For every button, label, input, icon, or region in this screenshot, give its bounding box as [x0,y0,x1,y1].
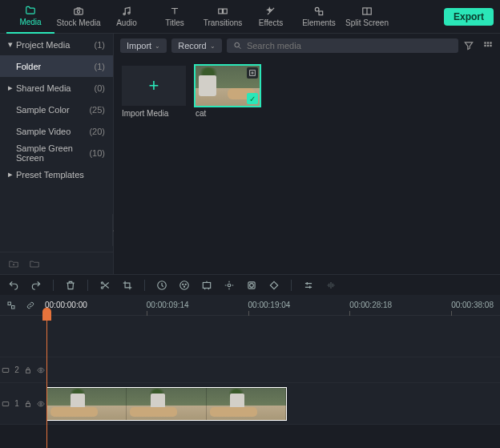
tab-label: Effects [259,18,283,27]
split-screen-icon [361,6,373,17]
color-icon[interactable] [179,280,190,291]
sidebar-bottom-tools [0,252,113,274]
tab-media[interactable]: Media [6,0,54,34]
timeline-track-2[interactable]: 2 [0,357,500,383]
svg-rect-0 [75,9,83,14]
timeline-spacer-row [0,316,500,357]
timeline-track-1[interactable]: 1 cat [0,383,500,425]
svg-rect-34 [26,403,30,406]
content: Import ⌄ Record ⌄ + Import Media [114,34,500,274]
audio-waveform-icon[interactable] [325,280,337,291]
mask-icon[interactable] [246,280,257,291]
svg-point-1 [77,10,80,13]
motion-tracking-icon[interactable] [224,280,235,291]
export-button[interactable]: Export [444,8,494,26]
media-thumbnail: ✓ [196,66,260,106]
effects-icon [265,6,276,17]
delete-icon[interactable] [65,280,76,291]
tab-label: Titles [165,18,184,27]
lock-icon[interactable] [24,400,32,408]
tile-label: Import Media [122,109,186,118]
tab-audio[interactable]: Audio [103,0,151,34]
chevron-down-icon: ⌄ [155,42,160,50]
sidebar-item-project-media[interactable]: ▾ Project Media (1) [0,34,113,55]
elements-icon [313,6,325,17]
svg-rect-33 [2,402,9,406]
new-folder-icon[interactable] [8,258,19,269]
keyframe-icon[interactable] [268,280,280,291]
svg-rect-13 [484,45,486,46]
grid-view-icon[interactable] [482,40,494,51]
svg-rect-30 [2,368,9,372]
filter-icon[interactable] [463,40,474,51]
eye-icon[interactable] [37,366,45,374]
import-label: Import [127,41,151,50]
tab-effects[interactable]: Effects [247,0,295,34]
tab-label: Transitions [204,18,243,27]
timecode: 00:00:28:18 [349,301,392,309]
sidebar-item-sample-video[interactable]: Sample Video (20) [0,120,113,142]
svg-rect-24 [203,282,210,288]
svg-point-27 [250,283,254,287]
timeline-clip-cat[interactable]: cat [46,387,287,421]
content-view-tools [463,40,494,51]
topbar-tabs: Media Stock Media Audio Titles Transitio… [6,0,391,34]
svg-point-21 [183,284,183,285]
sidebar-item-sample-color[interactable]: Sample Color (25) [0,99,113,120]
playhead[interactable] [46,316,47,448]
tab-elements[interactable]: Elements [295,0,343,34]
timecode: 00:00:19:04 [248,301,291,309]
sidebar-item-label: Sample Color [16,105,70,115]
record-dropdown[interactable]: Record ⌄ [171,38,221,53]
svg-point-20 [180,281,189,289]
adjust-icon[interactable] [303,280,314,291]
link-icon[interactable] [26,301,35,310]
sidebar-item-count: (10) [89,148,105,158]
svg-rect-7 [319,11,323,15]
sidebar-item-sample-green[interactable]: Sample Green Screen (10) [0,142,113,163]
add-to-timeline-icon[interactable] [247,67,258,79]
redo-icon[interactable] [30,280,42,291]
import-media-tile[interactable]: + Import Media [122,66,186,118]
tab-split-screen[interactable]: Split Screen [343,0,391,34]
selected-check-icon: ✓ [247,93,258,104]
lock-icon[interactable] [24,366,32,374]
svg-rect-12 [490,42,491,43]
sidebar-item-preset-templates[interactable]: ▸ Preset Templates [0,163,113,185]
sidebar-item-count: (1) [95,62,105,71]
main: ▾ Project Media (1) Folder (1) ▸ Shared … [0,34,500,274]
eye-icon[interactable] [37,400,45,408]
timeline-ruler[interactable]: 00:00:00:00 00:00:09:14 00:00:19:04 00:0… [45,297,494,313]
track-number: 2 [14,365,19,374]
timecode: 00:00:38:08 [451,301,494,309]
speed-icon[interactable] [156,280,167,291]
tab-label: Media [19,18,41,26]
tab-transitions[interactable]: Transitions [199,0,247,34]
svg-rect-29 [12,305,15,309]
crop-icon[interactable] [122,280,133,291]
timeline-body[interactable]: 2 1 cat [0,316,500,425]
sidebar-item-shared-media[interactable]: ▸ Shared Media (0) [0,77,113,99]
split-icon[interactable] [99,280,111,291]
sidebar-item-folder[interactable]: Folder (1) [0,55,113,77]
match-icon[interactable] [6,301,16,310]
svg-rect-31 [26,369,30,373]
search-box[interactable] [227,38,458,53]
sidebar-item-count: (1) [95,40,105,50]
timecode: 00:00:00:00 [45,301,87,309]
sidebar-item-label: Sample Green Screen [16,143,89,163]
folder-icon[interactable] [29,258,40,269]
tab-stock-media[interactable]: Stock Media [54,0,103,34]
media-tile-cat[interactable]: ✓ cat [196,66,260,118]
tab-titles[interactable]: Titles [151,0,199,34]
timecode: 00:00:09:14 [147,301,189,309]
undo-icon[interactable] [8,280,19,291]
search-input[interactable] [247,41,452,50]
sidebar-item-label: Preset Templates [16,170,84,180]
svg-rect-10 [484,42,486,43]
green-screen-icon[interactable] [201,280,212,291]
tab-label: Elements [302,18,336,27]
import-dropdown[interactable]: Import ⌄ [120,38,167,53]
content-bar: Import ⌄ Record ⌄ [114,34,500,58]
chevron-down-icon: ⌄ [210,42,216,50]
